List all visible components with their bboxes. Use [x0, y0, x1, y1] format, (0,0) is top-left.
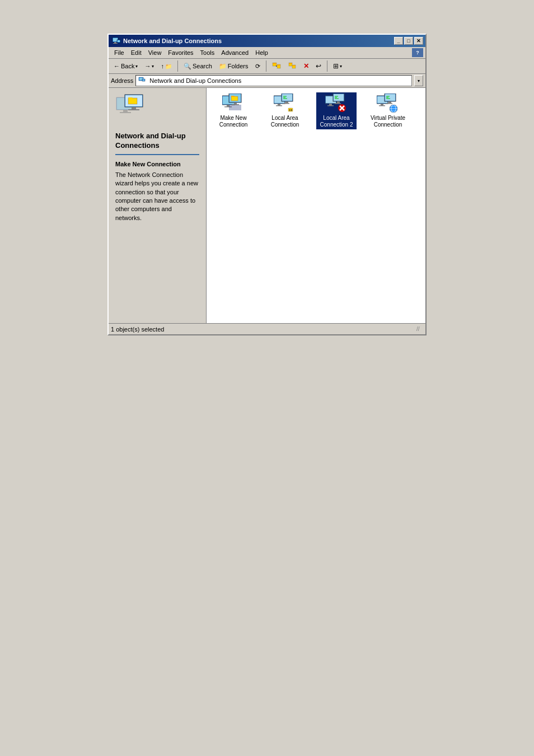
- back-dropdown-icon: ▾: [135, 64, 138, 69]
- resize-grip[interactable]: //: [416, 326, 423, 333]
- svg-rect-12: [292, 65, 296, 68]
- right-panel: Make NewConnection: [207, 88, 425, 323]
- svg-rect-6: [273, 63, 277, 66]
- up-arrow-icon: ↑: [161, 63, 164, 69]
- history-icon: ⟳: [255, 63, 260, 70]
- svg-rect-17: [143, 80, 144, 81]
- svg-rect-50: [285, 101, 288, 103]
- virtual-private-connection-image: [377, 94, 399, 114]
- menu-edit[interactable]: Edit: [128, 48, 145, 57]
- views-icon: ⊞: [333, 62, 339, 70]
- svg-rect-27: [132, 107, 136, 109]
- svg-rect-79: [386, 103, 392, 104]
- svg-rect-52: [288, 108, 293, 111]
- address-input[interactable]: Network and Dial-up Connections: [135, 75, 412, 86]
- restore-button[interactable]: □: [404, 37, 413, 45]
- icons-grid: Make NewConnection: [213, 92, 419, 129]
- back-label: Back: [121, 63, 134, 69]
- help-icon: ?: [412, 48, 423, 57]
- menu-favorites[interactable]: Favorites: [165, 48, 196, 57]
- svg-rect-53: [289, 109, 291, 111]
- status-text: 1 object(s) selected: [111, 326, 164, 333]
- svg-rect-25: [128, 97, 133, 99]
- local-area-connection-2-label: Local AreaConnection 2: [320, 115, 353, 128]
- content-area: Network and Dial-upConnections Make New …: [109, 88, 425, 323]
- local-area-connection-2-image: [325, 94, 348, 114]
- title-bar: Network and Dial-up Connections _ □ ✕: [109, 35, 425, 47]
- svg-rect-37: [232, 97, 237, 100]
- local-area-connection-2-icon[interactable]: Local AreaConnection 2: [316, 92, 357, 129]
- svg-rect-26: [129, 99, 137, 104]
- svg-rect-58: [327, 105, 334, 106]
- menu-tools[interactable]: Tools: [197, 48, 218, 57]
- address-dropdown-button[interactable]: ▾: [414, 75, 423, 86]
- folders-button[interactable]: 📁 Folders: [216, 61, 251, 72]
- svg-rect-65: [335, 103, 341, 104]
- address-bar: Address Network and Dial-up Connections …: [109, 74, 425, 88]
- svg-rect-44: [276, 105, 282, 106]
- virtual-private-connection-label: Virtual PrivateConnection: [371, 115, 405, 128]
- local-area-connection-icon[interactable]: Local AreaConnection: [265, 92, 305, 129]
- left-panel: Network and Dial-upConnections Make New …: [109, 88, 207, 323]
- svg-rect-10: [289, 63, 292, 66]
- title-bar-left: Network and Dial-up Connections: [112, 36, 222, 45]
- search-button[interactable]: 🔍 Search: [181, 61, 215, 72]
- svg-rect-28: [128, 109, 139, 110]
- history-button[interactable]: ⟳: [252, 61, 263, 72]
- folders-icon: 📁: [219, 63, 227, 70]
- delete-button[interactable]: ✕: [301, 60, 312, 72]
- menu-file[interactable]: File: [111, 48, 128, 57]
- folders-label: Folders: [228, 63, 249, 69]
- svg-rect-13: [292, 66, 296, 66]
- title-controls: _ □ ✕: [394, 37, 423, 45]
- back-button[interactable]: ← Back ▾: [111, 61, 140, 71]
- forward-arrow-icon: →: [144, 63, 151, 69]
- address-label: Address: [111, 77, 133, 84]
- menu-view[interactable]: View: [145, 48, 165, 57]
- panel-title: Network and Dial-upConnections: [115, 132, 199, 155]
- close-button[interactable]: ✕: [414, 37, 423, 45]
- undo-icon: ↩: [316, 62, 321, 70]
- delete-icon: ✕: [303, 62, 309, 70]
- forward-button[interactable]: → ▾: [142, 61, 157, 71]
- copy-to-button[interactable]: [285, 60, 299, 72]
- panel-section-title: Make New Connection: [115, 161, 199, 167]
- folder-up-icon: 📁: [165, 63, 172, 69]
- up-button[interactable]: ↑ 📁: [158, 61, 175, 71]
- menu-help[interactable]: Help: [252, 48, 271, 57]
- svg-rect-9: [277, 65, 280, 66]
- views-button[interactable]: ⊞ ▾: [330, 60, 345, 72]
- virtual-private-connection-icon[interactable]: Virtual PrivateConnection: [368, 92, 408, 129]
- undo-button[interactable]: ↩: [313, 60, 324, 72]
- svg-rect-5: [118, 40, 120, 42]
- search-icon: 🔍: [184, 63, 191, 70]
- svg-rect-54: [291, 109, 292, 111]
- svg-rect-3: [113, 43, 118, 44]
- back-arrow-icon: ←: [114, 63, 120, 69]
- views-dropdown-icon: ▾: [340, 64, 342, 69]
- make-new-connection-icon[interactable]: Make NewConnection: [213, 92, 254, 129]
- left-panel-icons: [115, 94, 199, 127]
- svg-rect-38: [234, 102, 237, 104]
- svg-rect-64: [337, 101, 340, 103]
- svg-rect-43: [278, 104, 280, 105]
- svg-rect-11: [289, 63, 292, 64]
- svg-rect-36: [231, 96, 235, 97]
- svg-rect-57: [329, 104, 332, 105]
- svg-rect-51: [283, 103, 289, 104]
- make-new-connection-label: Make NewConnection: [219, 115, 248, 128]
- minimize-button[interactable]: _: [394, 37, 403, 45]
- forward-dropdown-icon: ▾: [152, 64, 154, 69]
- move-to-button[interactable]: [269, 60, 284, 72]
- svg-rect-7: [273, 63, 277, 64]
- status-bar: 1 object(s) selected //: [109, 323, 425, 334]
- panel-description: The Network Connection wizard helps you …: [115, 171, 199, 222]
- local-area-connection-label: Local AreaConnection: [271, 115, 299, 128]
- window-icon: [112, 36, 121, 45]
- svg-rect-78: [388, 101, 391, 103]
- main-window: Network and Dial-up Connections _ □ ✕ Fi…: [107, 34, 427, 335]
- svg-rect-72: [379, 105, 385, 106]
- svg-rect-71: [381, 104, 383, 105]
- menu-advanced[interactable]: Advanced: [218, 48, 252, 57]
- make-new-connection-image: [222, 94, 245, 114]
